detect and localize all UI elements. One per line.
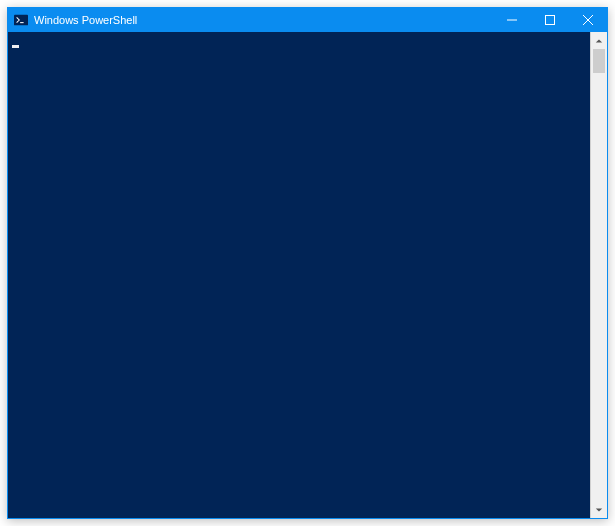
client-area bbox=[8, 32, 607, 518]
close-button[interactable] bbox=[569, 8, 607, 32]
maximize-icon bbox=[545, 15, 555, 25]
chevron-down-icon bbox=[595, 506, 603, 514]
powershell-window: Windows PowerShell bbox=[7, 7, 608, 519]
maximize-button[interactable] bbox=[531, 8, 569, 32]
svg-rect-0 bbox=[14, 15, 28, 26]
powershell-icon bbox=[14, 13, 28, 27]
chevron-up-icon bbox=[595, 37, 603, 45]
scroll-track[interactable] bbox=[591, 49, 607, 501]
scroll-up-button[interactable] bbox=[591, 32, 607, 49]
close-icon bbox=[583, 15, 593, 25]
scroll-thumb[interactable] bbox=[593, 49, 605, 73]
text-cursor bbox=[12, 45, 19, 48]
vertical-scrollbar[interactable] bbox=[590, 32, 607, 518]
console-area[interactable] bbox=[8, 32, 590, 518]
minimize-icon bbox=[507, 15, 517, 25]
window-title: Windows PowerShell bbox=[34, 14, 137, 26]
window-controls bbox=[493, 8, 607, 32]
scroll-down-button[interactable] bbox=[591, 501, 607, 518]
minimize-button[interactable] bbox=[493, 8, 531, 32]
svg-rect-3 bbox=[546, 16, 555, 25]
titlebar[interactable]: Windows PowerShell bbox=[8, 8, 607, 32]
